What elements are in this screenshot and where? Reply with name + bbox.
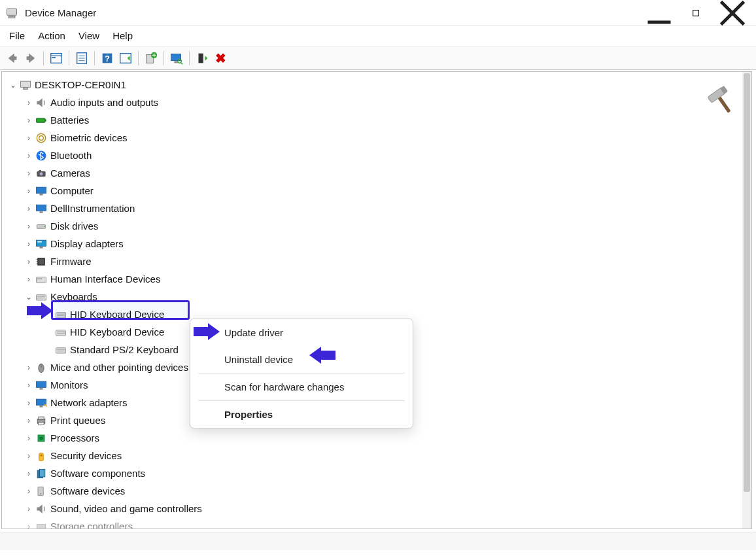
expand-icon[interactable]: › — [24, 434, 33, 442]
expand-icon[interactable]: › — [24, 258, 33, 266]
tree-item[interactable]: ›Cameras — [5, 164, 749, 182]
expand-icon[interactable]: › — [24, 505, 33, 513]
item-label: Processors — [50, 433, 99, 443]
cm-properties[interactable]: Properties — [190, 401, 413, 428]
expand-icon[interactable]: › — [24, 470, 33, 478]
tree-item-keyboards[interactable]: ⌄Keyboards — [5, 288, 749, 305]
tree-item[interactable]: ›Security devices — [5, 447, 749, 464]
expand-icon[interactable]: › — [24, 240, 33, 248]
monitor-icon — [35, 379, 48, 392]
expand-icon[interactable]: › — [24, 134, 33, 142]
item-label: Computer — [50, 186, 94, 196]
tree-item[interactable]: ›Firmware — [5, 252, 749, 270]
scrollbar-thumb[interactable] — [744, 73, 750, 492]
svg-point-80 — [40, 493, 41, 495]
tree-item[interactable]: ›Software devices — [5, 482, 749, 500]
svg-rect-72 — [39, 422, 44, 425]
tree-item[interactable]: ›Computer — [5, 182, 749, 200]
bluetooth-icon — [35, 149, 48, 162]
tree-item[interactable]: ›Human Interface Devices — [5, 270, 749, 288]
minimize-button[interactable] — [641, 1, 678, 25]
maximize-button[interactable] — [678, 1, 714, 25]
expand-icon[interactable]: › — [24, 169, 33, 177]
expand-icon[interactable]: › — [24, 399, 33, 407]
svg-rect-40 — [37, 240, 46, 246]
cm-scan-hardware[interactable]: Scan for hardware changes — [190, 374, 413, 400]
context-menu: Update driver Uninstall device Scan for … — [190, 319, 413, 428]
expand-icon[interactable]: › — [24, 275, 33, 283]
back-button[interactable] — [4, 50, 21, 67]
svg-rect-0 — [7, 9, 17, 15]
item-label: HID Keyboard Device — [70, 327, 164, 337]
svg-rect-58 — [56, 330, 66, 335]
scan-hardware-button[interactable] — [168, 50, 185, 67]
vertical-scrollbar[interactable] — [742, 72, 751, 529]
expand-icon[interactable]: › — [24, 205, 33, 213]
tree-item[interactable]: ›Display adapters — [5, 235, 749, 252]
refresh-button[interactable] — [117, 50, 134, 67]
update-icon — [144, 51, 158, 65]
expand-icon[interactable]: › — [24, 417, 33, 425]
item-label: Firmware — [50, 256, 92, 266]
close-button[interactable] — [714, 1, 751, 25]
forward-button[interactable] — [22, 50, 39, 67]
item-label: Security devices — [50, 451, 122, 460]
tree-item[interactable]: ›DellInstrumentation — [5, 200, 749, 217]
expand-icon[interactable]: › — [24, 381, 33, 389]
expand-icon[interactable]: › — [24, 222, 33, 230]
show-hidden-button[interactable] — [48, 50, 65, 67]
battery-icon — [35, 114, 48, 127]
software-device-icon — [35, 485, 48, 498]
uninstall-device-button[interactable]: ✖ — [212, 50, 229, 67]
svg-rect-61 — [56, 347, 66, 353]
svg-rect-34 — [37, 187, 46, 193]
expand-icon[interactable]: › — [24, 523, 33, 530]
tree-item[interactable]: ›Sound, video and game controllers — [5, 500, 749, 517]
expand-icon[interactable]: › — [24, 99, 33, 107]
svg-rect-2 — [10, 15, 12, 16]
tree-item[interactable]: ›Storage controllers — [5, 517, 749, 529]
refresh-icon — [118, 51, 133, 65]
tree-root[interactable]: ⌄ DESKTOP-CER0IN1 — [5, 76, 749, 94]
item-label: Monitors — [50, 380, 88, 390]
tree-item[interactable]: ›Batteries — [5, 111, 749, 129]
device-tree[interactable]: ⌄ DESKTOP-CER0IN1 ›Audio inputs and outp… — [2, 72, 751, 529]
menu-action[interactable]: Action — [38, 30, 65, 41]
expand-icon[interactable]: › — [24, 487, 33, 495]
item-label: Audio inputs and outputs — [50, 97, 158, 107]
update-driver-button[interactable] — [143, 50, 160, 67]
item-label: Cameras — [50, 168, 90, 178]
item-label: Batteries — [50, 115, 89, 125]
svg-rect-20 — [174, 61, 178, 63]
expand-icon[interactable]: › — [24, 152, 33, 160]
minimize-icon — [641, 0, 678, 31]
tree-item[interactable]: ›Biometric devices — [5, 129, 749, 147]
properties-button[interactable] — [73, 50, 90, 67]
svg-rect-4 — [693, 10, 699, 16]
tree-item[interactable]: ›Processors — [5, 429, 749, 447]
tree-item[interactable]: ›Disk drives — [5, 217, 749, 235]
titlebar: Device Manager — [0, 0, 756, 26]
collapse-icon[interactable]: ⌄ — [24, 293, 33, 301]
menu-view[interactable]: View — [78, 30, 99, 41]
expand-icon[interactable]: › — [24, 116, 33, 124]
processor-icon — [35, 432, 48, 445]
svg-point-29 — [39, 135, 44, 140]
help-button[interactable]: ? — [99, 50, 116, 67]
collapse-icon[interactable]: ⌄ — [9, 81, 18, 89]
svg-rect-52 — [37, 294, 46, 300]
tree-item[interactable]: ›Audio inputs and outputs — [5, 94, 749, 111]
menu-file[interactable]: File — [9, 30, 25, 41]
cm-uninstall-device[interactable]: Uninstall device — [190, 346, 413, 373]
close-icon — [714, 0, 751, 31]
expand-icon[interactable]: › — [24, 364, 33, 372]
mouse-icon — [35, 361, 48, 374]
enable-device-button[interactable] — [194, 50, 211, 67]
cm-update-driver[interactable]: Update driver — [190, 319, 413, 346]
tree-item[interactable]: ›Bluetooth — [5, 147, 749, 164]
expand-icon[interactable]: › — [24, 187, 33, 195]
menu-help[interactable]: Help — [112, 30, 133, 41]
tree-item[interactable]: ›Software components — [5, 464, 749, 482]
sound-icon — [35, 502, 48, 515]
expand-icon[interactable]: › — [24, 452, 33, 460]
